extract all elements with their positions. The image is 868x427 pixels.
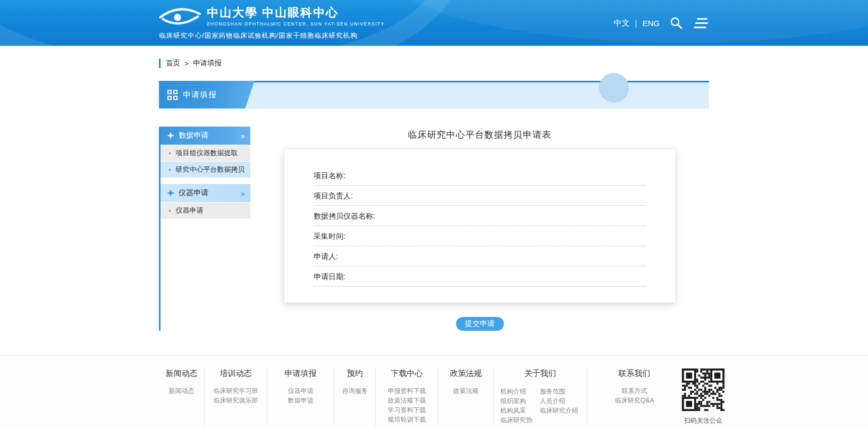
sidebar-item-instrument-request[interactable]: • 仪器申请	[161, 203, 250, 219]
field-label: 申请日期:	[314, 272, 345, 281]
footer-link[interactable]: 临床研究学习班	[209, 386, 263, 396]
form-field-applicant[interactable]: 申请人:	[314, 246, 646, 266]
footer-col-policy: 政策法规 政策法规	[439, 369, 494, 427]
footer-link[interactable]: 临床研究协调员	[501, 415, 534, 427]
banner-title: 申请填报	[183, 90, 217, 100]
bullet-dot-icon: •	[168, 166, 171, 174]
field-label: 数据拷贝仪器名称:	[314, 212, 375, 220]
footer-link[interactable]: 规培轮训下载	[380, 415, 434, 424]
form-field-application-date[interactable]: 申请日期:	[314, 266, 646, 287]
sidebar-item-label: 研究中心平台数据拷贝	[176, 165, 245, 174]
sidebar-group-label: 数据申请	[179, 131, 208, 140]
footer-link[interactable]: 人员介绍	[540, 396, 580, 406]
logo[interactable]: 中山大學中山眼科中心 ZHONGSHAN OPHTHALMIC CENTER. …	[159, 5, 384, 40]
footer-link[interactable]: 咨询服务	[339, 386, 371, 396]
footer-col-application: 申请填报 仪器申请 数据申请	[267, 369, 334, 427]
qr-code	[682, 369, 724, 411]
sidebar-item-project-instrument-data[interactable]: • 项目组仪器数据提取	[161, 145, 250, 161]
sidebar-item-label: 项目组仪器数据提取	[176, 148, 238, 158]
sidebar-item-label: 仪器申请	[176, 206, 204, 215]
footer-col-contact: 联系我们 联系方式 临床研究Q&A	[587, 369, 682, 427]
footer-link[interactable]: 机构介绍	[501, 387, 534, 396]
breadcrumb-separator: >	[184, 60, 189, 68]
sidebar-group-instrument-request[interactable]: 仪器申请 »	[161, 184, 250, 202]
banner-ribbon: 申请填报	[159, 81, 255, 108]
search-icon	[669, 16, 683, 30]
footer-link[interactable]: 服务范围	[540, 387, 580, 396]
footer-col-title: 培训动态	[209, 369, 263, 379]
footer-link[interactable]: 临床研究俱乐部	[209, 396, 263, 405]
four-point-star-icon	[167, 132, 174, 139]
footer-link[interactable]: 临床研究Q&A	[592, 396, 677, 405]
bullet-dot-icon: •	[168, 207, 171, 215]
footer-col-title: 关于我们	[498, 369, 583, 379]
footer-about-links: 机构介绍 组织架构 机构风采 临床研究协调员 服务范围 人员介绍 临床研究介绍	[501, 387, 580, 427]
footer-col-title: 新闻动态	[163, 369, 200, 379]
field-label: 申请人:	[314, 252, 338, 261]
form-field-project-leader[interactable]: 项目负责人:	[314, 186, 646, 206]
four-point-star-icon	[167, 189, 174, 197]
footer-col-title: 政策法规	[443, 369, 489, 379]
form-area: 临床研究中心平台数据拷贝申请表 项目名称: 项目负责人: 数据拷贝仪器名称: 采…	[250, 127, 709, 331]
footer-link[interactable]: 仪器申请	[272, 386, 330, 396]
form-field-instrument-name[interactable]: 数据拷贝仪器名称:	[314, 206, 646, 226]
language-switcher: 中文 | ENG	[614, 18, 660, 28]
form-card: 项目名称: 项目负责人: 数据拷贝仪器名称: 采集时间: 申请人: 申请日期:	[284, 149, 675, 303]
eye-logo-icon	[159, 5, 201, 28]
header-actions: 中文 | ENG	[614, 15, 709, 31]
footer-col-news: 新闻动态 新闻动态	[159, 369, 205, 427]
site-footer: 新闻动态 新闻动态 培训动态 临床研究学习班 临床研究俱乐部 申请填报 仪器申请…	[0, 355, 868, 427]
field-label: 项目负责人:	[314, 191, 353, 200]
chevron-double-right-icon: »	[241, 189, 245, 197]
qr-block: 扫码关注公众号	[682, 369, 724, 427]
field-label: 采集时间:	[314, 232, 345, 240]
sidebar-item-platform-data-copy[interactable]: • 研究中心平台数据拷贝	[161, 162, 250, 178]
logo-title-part1: 中山大學	[207, 6, 258, 19]
form-field-collection-time[interactable]: 采集时间:	[314, 226, 646, 246]
bullet-dot-icon: •	[168, 149, 171, 157]
menu-icon	[694, 18, 708, 28]
field-label: 项目名称:	[314, 171, 345, 180]
footer-link[interactable]: 组织架构	[501, 396, 534, 406]
footer-col-title: 申请填报	[272, 369, 330, 379]
sidebar-group-data-request[interactable]: 数据申请 »	[161, 127, 250, 145]
breadcrumb: 首页 > 申请填报	[159, 58, 709, 68]
footer-link[interactable]: 数据申请	[272, 396, 330, 405]
form-field-project-name[interactable]: 项目名称:	[314, 165, 646, 186]
footer-link[interactable]: 学习资料下载	[380, 405, 434, 415]
qr-caption: 扫码关注公众号	[682, 416, 724, 427]
submit-button[interactable]: 提交申请	[456, 317, 504, 331]
footer-col-about: 关于我们 机构介绍 组织架构 机构风采 临床研究协调员 服务范围 人员介绍 临床…	[494, 369, 587, 427]
header-tagline: 临床研究中心/国家药物临床试验机构/国家干细胞临床研究机构	[159, 31, 384, 40]
footer-col-title: 下载中心	[380, 369, 434, 379]
search-button[interactable]	[668, 15, 684, 31]
footer-link[interactable]: 政策法规	[443, 386, 489, 396]
footer-link[interactable]: 新闻动态	[163, 386, 200, 396]
breadcrumb-current: 申请填报	[193, 58, 222, 68]
breadcrumb-home-link[interactable]: 首页	[166, 58, 180, 68]
footer-link[interactable]: 机构风采	[501, 406, 534, 415]
footer-col-training: 培训动态 临床研究学习班 临床研究俱乐部	[205, 369, 267, 427]
footer-col-download: 下载中心 申报资料下载 政策法规下载 学习资料下载 规培轮训下载	[376, 369, 439, 427]
sidebar: 数据申请 » • 项目组仪器数据提取 • 研究中心平台数据拷贝 仪器申请 » •	[159, 127, 250, 331]
logo-subtitle-en: ZHONGSHAN OPHTHALMIC CENTER. SUN YAT-SEN…	[207, 21, 384, 27]
footer-link[interactable]: 申报资料下载	[380, 386, 434, 396]
lang-cn-link[interactable]: 中文	[614, 18, 630, 28]
footer-col-booking: 预约 咨询服务	[334, 369, 376, 427]
footer-link[interactable]: 联系方式	[592, 386, 677, 396]
grid-icon	[167, 90, 178, 100]
chevron-double-right-icon: »	[241, 132, 245, 140]
logo-title-part2: 中山眼科中心	[262, 6, 339, 19]
section-banner: 申请填报	[159, 81, 709, 108]
lang-divider: |	[635, 19, 637, 28]
logo-title-cn: 中山大學中山眼科中心	[207, 6, 384, 19]
lang-en-link[interactable]: ENG	[642, 19, 660, 28]
footer-col-title: 预约	[339, 369, 371, 379]
banner-circle-decoration	[599, 73, 629, 103]
menu-button[interactable]	[693, 17, 709, 29]
footer-col-title: 联系我们	[592, 369, 677, 379]
sidebar-group-label: 仪器申请	[179, 188, 208, 198]
footer-link[interactable]: 政策法规下载	[380, 396, 434, 405]
site-header: 中山大學中山眼科中心 ZHONGSHAN OPHTHALMIC CENTER. …	[0, 0, 868, 46]
footer-link[interactable]: 临床研究介绍	[540, 406, 580, 415]
